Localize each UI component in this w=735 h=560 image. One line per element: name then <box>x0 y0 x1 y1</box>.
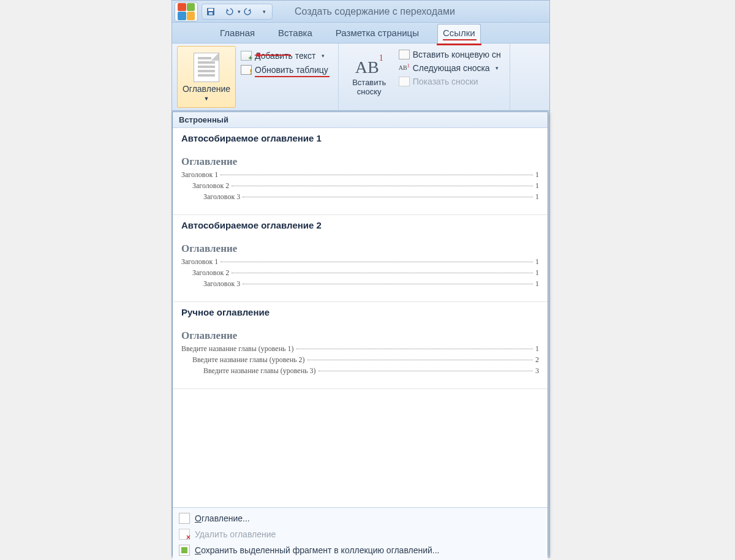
toc-preview-line: Заголовок 31 <box>181 192 539 202</box>
toc-preview-heading: Оглавление <box>181 330 539 342</box>
gallery-item[interactable]: Автособираемое оглавление 1ОглавлениеЗаг… <box>173 128 548 215</box>
toc-line-text: Введите название главы (уровень 3) <box>203 366 316 376</box>
svg-rect-2 <box>209 12 213 15</box>
custom-toc-item[interactable]: Оглавление... <box>173 510 548 526</box>
toc-line-text: Заголовок 1 <box>181 257 218 267</box>
toc-leader-dots <box>307 360 533 360</box>
toc-line-text: Заголовок 3 <box>203 279 240 289</box>
toc-line-text: Заголовок 3 <box>203 192 240 202</box>
gallery-footer: Оглавление... Удалить оглавление Сохрани… <box>173 508 548 560</box>
toc-line-page: 2 <box>535 355 539 365</box>
toc-preview-line: Введите название главы (уровень 1)1 <box>181 344 539 354</box>
tab-home[interactable]: Главная <box>215 25 260 43</box>
undo-icon[interactable] <box>224 7 234 17</box>
show-notes-button: Показать сноски <box>396 75 503 88</box>
toc-leader-dots <box>232 273 533 273</box>
toc-leader-dots <box>243 284 533 284</box>
save-selection-item[interactable]: Сохранить выделенный фрагмент в коллекци… <box>173 542 548 558</box>
gallery-item[interactable]: Автособираемое оглавление 2ОглавлениеЗаг… <box>173 215 548 302</box>
footnote-ab-icon: AB1 <box>355 58 383 77</box>
toc-leader-dots <box>221 175 533 175</box>
toc-document-icon <box>194 53 219 82</box>
toc-line-page: 3 <box>535 366 539 376</box>
toc-line-text: Заголовок 1 <box>181 170 218 180</box>
gallery-item-title: Ручное оглавление <box>181 307 539 317</box>
next-footnote-button[interactable]: AB1 Следующая сноска ▾ <box>396 62 503 74</box>
toc-preview-line: Заголовок 11 <box>181 170 539 180</box>
toc-leader-dots <box>221 262 533 262</box>
quick-access-toolbar: ▾ ▾ <box>202 4 273 20</box>
svg-rect-1 <box>208 9 213 11</box>
window-title: Создать содержание с переходами <box>295 6 455 17</box>
toc-gallery-dropdown: Встроенный Автособираемое оглавление 1Ог… <box>172 112 548 556</box>
title-bar: ▾ ▾ Создать содержание с переходами <box>172 1 549 23</box>
toc-line-text: Введите название главы (уровень 2) <box>192 355 305 365</box>
insert-endnote-button[interactable]: Вставить концевую сн <box>396 48 503 61</box>
toc-preview-line: Заголовок 31 <box>181 279 539 289</box>
remove-toc-label: Удалить оглавление <box>195 529 276 539</box>
save-gallery-icon <box>179 545 190 556</box>
toc-line-page: 1 <box>535 170 539 180</box>
chevron-down-icon: ▾ <box>322 53 325 59</box>
qat-customize-icon[interactable]: ▾ <box>263 9 266 15</box>
toc-line-page: 1 <box>535 344 539 354</box>
toc-leader-dots <box>318 371 533 371</box>
toc-leader-dots <box>296 349 533 349</box>
toc-leader-dots <box>232 186 533 186</box>
callout-arrow-icon <box>236 51 309 57</box>
toc-line-page: 1 <box>535 181 539 191</box>
redo-icon[interactable] <box>243 7 253 17</box>
toc-preview: ОглавлениеВведите название главы (уровен… <box>181 330 539 376</box>
toc-line-page: 1 <box>535 257 539 267</box>
toc-preview-line: Введите название главы (уровень 3)3 <box>181 366 539 376</box>
toc-preview-heading: Оглавление <box>181 243 539 255</box>
insert-endnote-label: Вставить концевую сн <box>413 50 501 59</box>
toc-preview-heading: Оглавление <box>181 156 539 168</box>
save-selection-label: Сохранить выделенный фрагмент в коллекци… <box>195 545 440 555</box>
toc-line-text: Заголовок 2 <box>192 181 229 191</box>
gallery-section-header: Встроенный <box>173 112 548 128</box>
insert-footnote-button[interactable]: AB1 Вставить сноску <box>344 46 395 108</box>
gallery-item[interactable]: Ручное оглавлениеОглавлениеВведите назва… <box>173 302 548 389</box>
office-button[interactable] <box>175 2 198 21</box>
remove-toc-item: Удалить оглавление <box>173 526 548 542</box>
chevron-down-icon: ▼ <box>204 96 209 102</box>
update-table-button[interactable]: Обновить таблицу <box>238 64 331 76</box>
toc-button[interactable]: Оглавление ▼ <box>177 46 236 108</box>
custom-toc-label: Оглавление... <box>195 513 250 523</box>
undo-dropdown-icon[interactable]: ▾ <box>238 9 241 15</box>
update-table-label: Обновить таблицу <box>255 65 328 75</box>
toc-leader-dots <box>243 197 533 197</box>
toc-preview-line: Введите название главы (уровень 2)2 <box>181 355 539 365</box>
chevron-down-icon: ▾ <box>496 65 499 71</box>
gallery-item-title: Автособираемое оглавление 1 <box>181 133 539 143</box>
svg-marker-4 <box>254 53 260 58</box>
tab-page-layout[interactable]: Разметка страницы <box>331 25 424 43</box>
endnote-icon <box>399 50 410 59</box>
show-notes-icon <box>399 77 410 86</box>
toc-preview: ОглавлениеЗаголовок 11Заголовок 21Заголо… <box>181 156 539 202</box>
toc-line-page: 1 <box>535 268 539 278</box>
toc-dialog-icon <box>179 513 190 524</box>
ribbon-tabs: Главная Вставка Разметка страницы Ссылки <box>172 23 549 44</box>
insert-footnote-label: Вставить сноску <box>344 78 395 96</box>
show-notes-label: Показать сноски <box>413 77 478 86</box>
next-footnote-label: Следующая сноска <box>413 63 490 73</box>
update-table-icon <box>241 65 252 75</box>
remove-toc-icon <box>179 529 190 540</box>
tab-references[interactable]: Ссылки <box>437 24 481 44</box>
toc-line-page: 1 <box>535 192 539 202</box>
app-window: ▾ ▾ Создать содержание с переходами Глав… <box>172 0 550 558</box>
toc-line-text: Введите название главы (уровень 1) <box>181 344 294 354</box>
office-logo-icon <box>178 3 195 20</box>
gallery-body: Автособираемое оглавление 1ОглавлениеЗаг… <box>173 128 548 508</box>
save-icon[interactable] <box>206 7 216 17</box>
tab-insert[interactable]: Вставка <box>273 25 317 43</box>
toc-button-label: Оглавление <box>183 84 230 94</box>
next-footnote-icon: AB1 <box>399 63 410 73</box>
gallery-item-title: Автособираемое оглавление 2 <box>181 220 539 230</box>
toc-preview-line: Заголовок 11 <box>181 257 539 267</box>
toc-line-text: Заголовок 2 <box>192 268 229 278</box>
ribbon: Оглавление ▼ Добавить текст ▾ Обновить т… <box>172 44 549 111</box>
toc-preview-line: Заголовок 21 <box>181 181 539 191</box>
